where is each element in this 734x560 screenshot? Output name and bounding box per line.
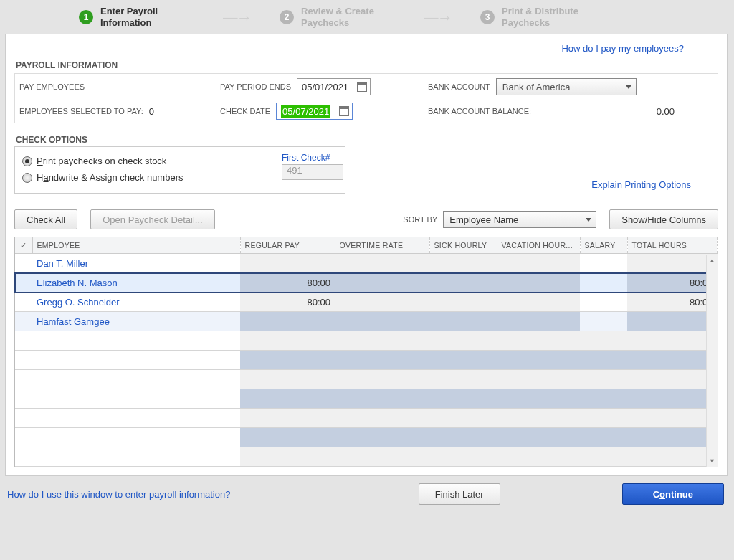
cell-vacation-hour[interactable] xyxy=(497,273,580,293)
cell-sick-hourly[interactable] xyxy=(429,409,497,428)
check-date-input[interactable]: 05/07/2021 xyxy=(276,103,353,120)
table-row[interactable]: Gregg O. Schneider80:0080:00 xyxy=(15,293,718,312)
help-enter-payroll-link[interactable]: How do I use this window to enter payrol… xyxy=(7,489,230,500)
table-row[interactable]: Hamfast Gamgee xyxy=(15,312,718,331)
cell-salary[interactable] xyxy=(580,254,627,273)
sort-by-select[interactable]: Employee Name xyxy=(443,211,596,228)
cell-check[interactable] xyxy=(15,389,32,409)
cell-total-hours[interactable] xyxy=(627,312,718,331)
cell-overtime-rate[interactable] xyxy=(335,409,429,428)
cell-regular-pay[interactable]: 80:00 xyxy=(240,293,335,312)
cell-salary[interactable] xyxy=(580,370,627,389)
cell-salary[interactable] xyxy=(580,273,627,293)
cell-vacation-hour[interactable] xyxy=(497,409,580,428)
continue-button[interactable]: Continue xyxy=(622,483,724,505)
cell-total-hours[interactable] xyxy=(627,351,718,370)
cell-total-hours[interactable] xyxy=(627,447,718,467)
col-sick-hourly[interactable]: SICK HOURLY xyxy=(429,237,497,254)
cell-sick-hourly[interactable] xyxy=(429,273,497,293)
cell-vacation-hour[interactable] xyxy=(497,312,580,331)
cell-regular-pay[interactable] xyxy=(240,447,335,467)
cell-employee[interactable] xyxy=(32,351,240,370)
table-row[interactable] xyxy=(15,428,718,447)
cell-salary[interactable] xyxy=(580,447,627,467)
open-paycheck-detail-button[interactable]: Open Paycheck Detail... xyxy=(90,209,214,229)
pay-period-ends-input[interactable]: 05/01/2021 xyxy=(297,78,371,95)
cell-sick-hourly[interactable] xyxy=(429,254,497,273)
cell-overtime-rate[interactable] xyxy=(335,351,429,370)
cell-sick-hourly[interactable] xyxy=(429,293,497,312)
table-row[interactable]: Dan T. Miller xyxy=(15,254,718,273)
cell-check[interactable] xyxy=(15,273,32,293)
cell-total-hours[interactable]: 80:00 xyxy=(627,273,718,293)
check-all-button[interactable]: Check All xyxy=(14,209,77,229)
cell-vacation-hour[interactable] xyxy=(497,351,580,370)
cell-employee[interactable] xyxy=(32,331,240,351)
cell-regular-pay[interactable] xyxy=(240,370,335,389)
table-row[interactable] xyxy=(15,447,718,467)
cell-salary[interactable] xyxy=(580,351,627,370)
cell-salary[interactable] xyxy=(580,389,627,409)
table-row[interactable] xyxy=(15,370,718,389)
bank-account-select[interactable]: Bank of America xyxy=(496,78,637,95)
finish-later-button[interactable]: Finish Later xyxy=(419,483,500,505)
cell-employee[interactable] xyxy=(32,389,240,409)
cell-total-hours[interactable] xyxy=(627,370,718,389)
cell-employee[interactable] xyxy=(32,447,240,467)
cell-check[interactable] xyxy=(15,331,32,351)
col-overtime-rate[interactable]: OVERTIME RATE xyxy=(335,237,429,254)
col-employee[interactable]: EMPLOYEE xyxy=(32,237,240,254)
cell-salary[interactable] xyxy=(580,409,627,428)
cell-regular-pay[interactable] xyxy=(240,254,335,273)
cell-sick-hourly[interactable] xyxy=(429,312,497,331)
cell-check[interactable] xyxy=(15,447,32,467)
cell-overtime-rate[interactable] xyxy=(335,331,429,351)
cell-overtime-rate[interactable] xyxy=(335,447,429,467)
table-row[interactable] xyxy=(15,351,718,370)
cell-sick-hourly[interactable] xyxy=(429,370,497,389)
cell-vacation-hour[interactable] xyxy=(497,254,580,273)
cell-overtime-rate[interactable] xyxy=(335,389,429,409)
cell-check[interactable] xyxy=(15,254,32,273)
table-row[interactable] xyxy=(15,389,718,409)
cell-employee[interactable] xyxy=(32,428,240,447)
cell-vacation-hour[interactable] xyxy=(497,389,580,409)
table-row[interactable]: Elizabeth N. Mason80:0080:00 xyxy=(15,273,718,293)
cell-vacation-hour[interactable] xyxy=(497,428,580,447)
cell-check[interactable] xyxy=(15,293,32,312)
col-vacation-hour[interactable]: VACATION HOUR... xyxy=(497,237,580,254)
cell-regular-pay[interactable] xyxy=(240,331,335,351)
cell-overtime-rate[interactable] xyxy=(335,428,429,447)
cell-total-hours[interactable] xyxy=(627,428,718,447)
cell-overtime-rate[interactable] xyxy=(335,370,429,389)
col-salary[interactable]: SALARY xyxy=(580,237,627,254)
cell-employee[interactable]: Elizabeth N. Mason xyxy=(32,273,240,293)
cell-vacation-hour[interactable] xyxy=(497,370,580,389)
cell-total-hours[interactable] xyxy=(627,409,718,428)
cell-employee[interactable]: Gregg O. Schneider xyxy=(32,293,240,312)
cell-total-hours[interactable]: 80:00 xyxy=(627,293,718,312)
cell-sick-hourly[interactable] xyxy=(429,428,497,447)
cell-check[interactable] xyxy=(15,351,32,370)
calendar-icon[interactable] xyxy=(357,82,367,92)
cell-overtime-rate[interactable] xyxy=(335,312,429,331)
cell-regular-pay[interactable]: 80:00 xyxy=(240,273,335,293)
cell-total-hours[interactable] xyxy=(627,331,718,351)
cell-regular-pay[interactable] xyxy=(240,428,335,447)
col-check[interactable]: ✓ xyxy=(15,237,32,254)
cell-check[interactable] xyxy=(15,312,32,331)
cell-sick-hourly[interactable] xyxy=(429,389,497,409)
cell-vacation-hour[interactable] xyxy=(497,447,580,467)
cell-overtime-rate[interactable] xyxy=(335,273,429,293)
cell-sick-hourly[interactable] xyxy=(429,447,497,467)
vertical-scrollbar[interactable] xyxy=(706,255,718,467)
cell-check[interactable] xyxy=(15,370,32,389)
cell-regular-pay[interactable] xyxy=(240,312,335,331)
cell-sick-hourly[interactable] xyxy=(429,331,497,351)
cell-salary[interactable] xyxy=(580,293,627,312)
help-pay-employees-link[interactable]: How do I pay my employees? xyxy=(561,43,684,54)
cell-regular-pay[interactable] xyxy=(240,409,335,428)
explain-printing-link[interactable]: Explain Printing Options xyxy=(591,179,691,190)
cell-overtime-rate[interactable] xyxy=(335,293,429,312)
cell-vacation-hour[interactable] xyxy=(497,331,580,351)
